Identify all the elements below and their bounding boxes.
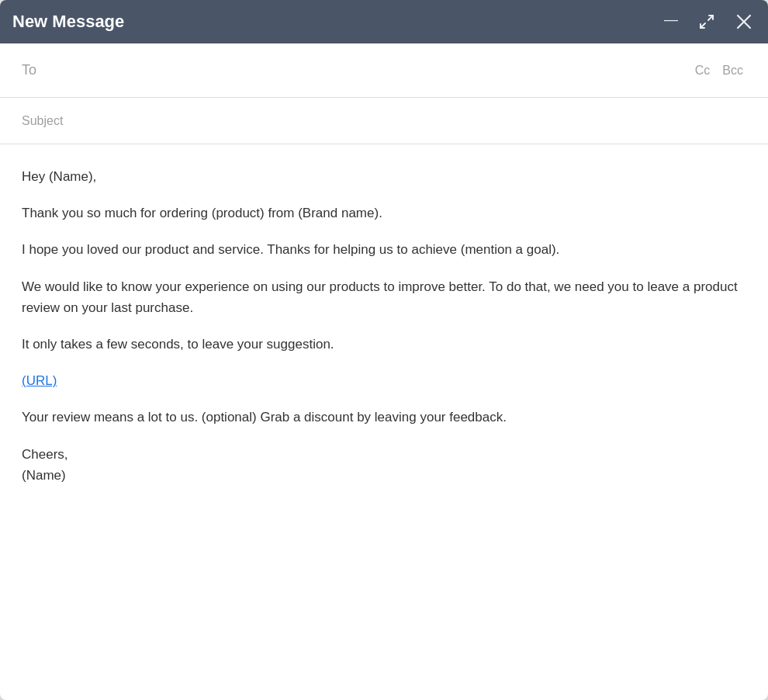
close-button[interactable] (732, 10, 756, 33)
body-sign1: Cheers, (22, 447, 68, 462)
header-controls: — (661, 9, 756, 34)
subject-row (0, 98, 768, 144)
body-sign2: (Name) (22, 468, 66, 483)
bcc-button[interactable]: Bcc (719, 61, 746, 81)
cc-bcc-controls: Cc Bcc (692, 61, 746, 81)
compose-title: New Message (12, 12, 124, 32)
body-line4: We would like to know your experience on… (22, 276, 746, 318)
cc-button[interactable]: Cc (692, 61, 714, 81)
close-icon (735, 13, 752, 30)
minimize-button[interactable]: — (661, 9, 681, 34)
to-row: To Cc Bcc (0, 43, 768, 98)
body-line6: Your review means a lot to us. (optional… (22, 407, 746, 428)
body-area[interactable]: Hey (Name), Thank you so much for orderi… (0, 144, 768, 700)
subject-input[interactable] (22, 114, 746, 128)
minimize-icon: — (664, 12, 678, 26)
body-sign: Cheers, (Name) (22, 444, 746, 486)
body-line5: It only takes a few seconds, to leave yo… (22, 334, 746, 355)
body-line2: Thank you so much for ordering (product)… (22, 203, 746, 224)
body-line3: I hope you loved our product and service… (22, 239, 746, 260)
to-label: To (22, 62, 53, 78)
compose-window: New Message — To (0, 0, 768, 700)
body-url-link[interactable]: (URL) (22, 373, 57, 388)
compose-header: New Message — (0, 0, 768, 43)
email-body: Hey (Name), Thank you so much for orderi… (22, 166, 746, 486)
expand-button[interactable] (695, 10, 718, 33)
body-line1: Hey (Name), (22, 166, 746, 187)
expand-icon (698, 13, 715, 30)
to-input[interactable] (62, 64, 692, 78)
